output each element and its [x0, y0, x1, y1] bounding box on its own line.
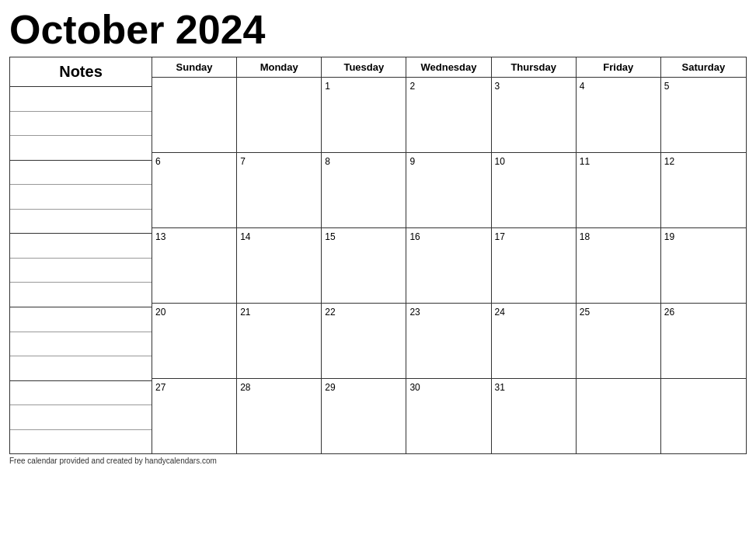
notes-header: Notes: [10, 57, 152, 87]
day-number: 1: [325, 80, 402, 93]
day-cell: 11: [577, 153, 661, 227]
notes-line: [10, 356, 152, 380]
notes-line: [10, 136, 152, 160]
header-saturday: Saturday: [661, 57, 746, 77]
footer-text: Free calendar provided and created by ha…: [9, 457, 747, 465]
day-number: 10: [495, 155, 573, 168]
day-number: 21: [240, 306, 318, 319]
day-cell: 2: [406, 78, 491, 152]
day-cell: 30: [406, 379, 491, 453]
day-number: 29: [325, 381, 402, 394]
day-number: 25: [580, 306, 657, 319]
day-number: 24: [495, 306, 573, 319]
notes-line: [10, 381, 152, 406]
header-sunday: Sunday: [152, 57, 237, 77]
day-cell: 23: [406, 304, 491, 378]
header-tuesday: Tuesday: [322, 57, 406, 77]
day-number: 19: [664, 231, 743, 244]
calendar-rows: 1234567891011121314151617181920212223242…: [152, 78, 746, 453]
notes-line: [10, 161, 152, 186]
day-number: 7: [240, 155, 318, 168]
day-headers: Sunday Monday Tuesday Wednesday Thursday…: [152, 57, 746, 78]
day-number: 18: [580, 231, 657, 244]
day-number: 8: [325, 155, 402, 168]
day-cell: 26: [661, 304, 746, 378]
day-cell: 17: [492, 228, 577, 303]
day-number: 31: [495, 381, 573, 394]
day-number: 4: [580, 80, 657, 93]
notes-column: Notes: [10, 57, 152, 453]
day-cell: 22: [322, 304, 406, 378]
day-cell: 13: [152, 228, 237, 303]
calendar-row: 2728293031: [152, 379, 746, 453]
day-cell: 7: [237, 153, 322, 227]
day-cell: 25: [577, 304, 661, 378]
day-cell: 10: [492, 153, 577, 227]
notes-line-group: [10, 161, 152, 234]
day-cell: 6: [152, 153, 237, 227]
day-cell: 8: [322, 153, 406, 227]
notes-line: [10, 405, 152, 430]
notes-line-group: [10, 234, 152, 307]
day-number: 27: [155, 381, 233, 394]
day-cell: [661, 379, 746, 453]
notes-line: [10, 332, 152, 357]
day-number: 23: [409, 306, 487, 319]
day-number: 12: [664, 155, 743, 168]
notes-line-group: [10, 307, 152, 381]
day-cell: 15: [322, 228, 406, 303]
calendar-row: 13141516171819: [152, 228, 746, 304]
header-wednesday: Wednesday: [406, 57, 491, 77]
header-friday: Friday: [577, 57, 661, 77]
day-number: 6: [155, 155, 233, 168]
notes-line-group: [10, 381, 152, 454]
day-number: 2: [409, 80, 487, 93]
day-number: 9: [409, 155, 487, 168]
calendar-row: 6789101112: [152, 153, 746, 228]
day-cell: [577, 379, 661, 453]
day-cell: 9: [406, 153, 491, 227]
day-number: 16: [409, 231, 487, 244]
day-cell: 16: [406, 228, 491, 303]
day-cell: 24: [492, 304, 577, 378]
day-number: 30: [409, 381, 487, 394]
day-cell: 18: [577, 228, 661, 303]
day-cell: 1: [322, 78, 406, 152]
day-cell: 4: [577, 78, 661, 152]
day-cell: 29: [322, 379, 406, 453]
header-monday: Monday: [237, 57, 322, 77]
notes-label: Notes: [59, 63, 103, 81]
notes-line-group: [10, 87, 152, 161]
day-number: 26: [664, 306, 743, 319]
notes-line: [10, 307, 152, 332]
day-cell: 31: [492, 379, 577, 453]
day-cell: 27: [152, 379, 237, 453]
day-cell: 14: [237, 228, 322, 303]
calendar-row: 12345: [152, 78, 746, 153]
day-number: 20: [155, 306, 233, 319]
day-number: 3: [495, 80, 573, 93]
calendar-grid: Sunday Monday Tuesday Wednesday Thursday…: [152, 57, 746, 453]
notes-line: [10, 112, 152, 137]
header-thursday: Thursday: [492, 57, 577, 77]
notes-line: [10, 210, 152, 234]
day-cell: 20: [152, 304, 237, 378]
day-cell: 21: [237, 304, 322, 378]
page-title: October 2024: [9, 8, 747, 52]
day-cell: 5: [661, 78, 746, 152]
day-number: 17: [495, 231, 573, 244]
day-cell: 12: [661, 153, 746, 227]
day-cell: [152, 78, 237, 152]
notes-line: [10, 430, 152, 454]
calendar-row: 20212223242526: [152, 304, 746, 379]
notes-line: [10, 259, 152, 283]
day-number: 22: [325, 306, 402, 319]
day-number: 11: [580, 155, 657, 168]
day-number: 13: [155, 231, 233, 244]
calendar-wrapper: Notes Sun: [9, 57, 747, 454]
day-cell: 3: [492, 78, 577, 152]
day-cell: [237, 78, 322, 152]
day-number: 28: [240, 381, 318, 394]
day-cell: 19: [661, 228, 746, 303]
notes-line: [10, 234, 152, 259]
